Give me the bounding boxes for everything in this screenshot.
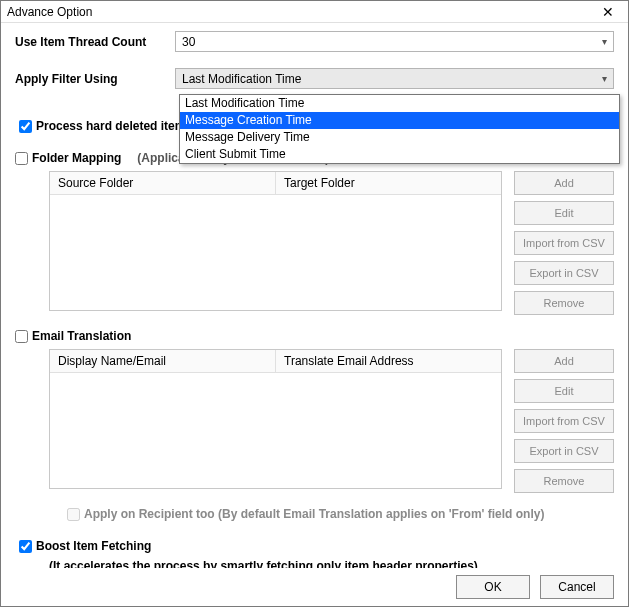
close-icon[interactable]: ✕ (592, 1, 624, 23)
folder-mapping-edit-button[interactable]: Edit (514, 201, 614, 225)
process-hard-deleted-checkbox[interactable] (19, 120, 32, 133)
thread-count-select[interactable]: 30 ▾ (175, 31, 614, 52)
email-translation-col-address[interactable]: Translate Email Address (276, 350, 501, 373)
filter-option[interactable]: Message Delivery Time (180, 129, 619, 146)
folder-mapping-add-button[interactable]: Add (514, 171, 614, 195)
email-translation-remove-button[interactable]: Remove (514, 469, 614, 493)
chevron-down-icon: ▾ (602, 73, 611, 84)
email-translation-edit-button[interactable]: Edit (514, 379, 614, 403)
folder-mapping-col-target[interactable]: Target Folder (276, 172, 501, 195)
folder-mapping-remove-button[interactable]: Remove (514, 291, 614, 315)
email-translation-import-button[interactable]: Import from CSV (514, 409, 614, 433)
folder-mapping-export-button[interactable]: Export in CSV (514, 261, 614, 285)
folder-mapping-table: Source Folder Target Folder (49, 171, 502, 311)
apply-recipient-checkbox (67, 508, 80, 521)
process-hard-deleted-label: Process hard deleted items (36, 119, 192, 133)
cancel-button[interactable]: Cancel (540, 575, 614, 599)
ok-button[interactable]: OK (456, 575, 530, 599)
window-title: Advance Option (7, 5, 92, 19)
apply-filter-select[interactable]: Last Modification Time ▾ (175, 68, 614, 89)
boost-label: Boost Item Fetching (36, 539, 151, 553)
folder-mapping-label: Folder Mapping (32, 151, 121, 165)
email-translation-col-name[interactable]: Display Name/Email (50, 350, 276, 373)
apply-filter-value: Last Modification Time (182, 72, 301, 86)
filter-option[interactable]: Message Creation Time (180, 112, 619, 129)
email-translation-export-button[interactable]: Export in CSV (514, 439, 614, 463)
thread-count-value: 30 (182, 35, 195, 49)
boost-checkbox[interactable] (19, 540, 32, 553)
apply-filter-dropdown[interactable]: Last Modification Time Message Creation … (179, 94, 620, 164)
email-translation-label: Email Translation (32, 329, 131, 343)
apply-filter-label: Apply Filter Using (15, 72, 175, 86)
email-translation-checkbox[interactable] (15, 330, 28, 343)
thread-count-label: Use Item Thread Count (15, 35, 175, 49)
folder-mapping-checkbox[interactable] (15, 152, 28, 165)
apply-recipient-label: Apply on Recipient too (By default Email… (84, 507, 544, 521)
folder-mapping-col-source[interactable]: Source Folder (50, 172, 276, 195)
filter-option[interactable]: Client Submit Time (180, 146, 619, 163)
email-translation-table: Display Name/Email Translate Email Addre… (49, 349, 502, 489)
folder-mapping-import-button[interactable]: Import from CSV (514, 231, 614, 255)
email-translation-add-button[interactable]: Add (514, 349, 614, 373)
chevron-down-icon: ▾ (602, 36, 611, 47)
filter-option[interactable]: Last Modification Time (180, 95, 619, 112)
